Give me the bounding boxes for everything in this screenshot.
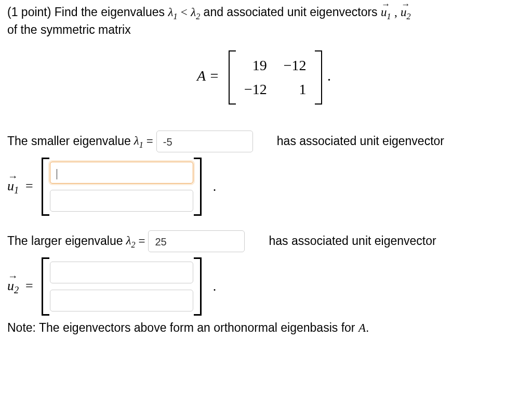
lambda1-label-pre: The smaller eigenvalue [7,133,131,149]
lambda1-eq: = [147,133,153,149]
u2-label: u2 = [7,277,33,297]
u1-top-input[interactable] [50,162,193,184]
u2-symbol: u2 [401,4,411,22]
u1-vector: u1 = . [7,158,525,216]
u2-bot-input[interactable] [50,290,193,311]
lambda2-line: The larger eigenvalue λ2 = 25 has associ… [7,230,525,252]
u1-bot-input[interactable] [50,190,193,212]
a11: 19 [236,54,275,77]
lambda2-input[interactable]: 25 [148,230,245,252]
problem-prompt: (1 point) Find the eigenvalues λ1 < λ2 a… [7,4,525,38]
lambda1-symbol: λ1 [134,133,143,150]
lambda2-symbol: λ2 [126,232,135,250]
lambda2-label-pre: The larger eigenvalue [7,233,123,249]
matrix-lhs: A = [197,68,219,84]
u1-symbol: u1 [381,4,391,22]
prompt-post: of the symmetric matrix [7,23,131,36]
lambda1-label-post: has associated unit eigenvector [277,133,444,149]
lambda1-line: The smaller eigenvalue λ1 = -5 has assoc… [7,131,525,152]
u1-bracket [41,158,203,216]
points-label: (1 point) [7,5,51,19]
a22: 1 [275,77,315,101]
matrix-period: . [327,68,331,84]
u1-label: u1 = [7,177,33,197]
lambda2-label-post: has associated unit eigenvector [269,233,436,249]
prompt-pre: Find the eigenvalues [55,5,165,19]
lambda1: λ1 [168,6,177,19]
matrix-A: 19 −12 −12 1 [227,50,324,105]
comma: , [394,6,397,19]
note-text: Note: The eigenvectors above form an ort… [7,320,525,336]
u1-period: . [213,177,217,196]
lt-sign: < [181,6,188,19]
a21: −12 [236,77,275,101]
a12: −12 [275,54,315,77]
lambda2: λ2 [191,6,200,19]
u2-period: . [213,277,217,295]
u2-top-input[interactable] [50,262,193,283]
matrix-equation: A = 19 −12 −12 1 . [7,50,525,105]
lambda1-input[interactable]: -5 [156,131,253,152]
lambda2-eq: = [139,233,145,249]
u2-vector: u2 = . [7,257,525,316]
note-A: A [358,321,366,334]
prompt-mid: and associated unit eigenvectors [204,5,378,19]
u2-bracket [41,257,203,316]
